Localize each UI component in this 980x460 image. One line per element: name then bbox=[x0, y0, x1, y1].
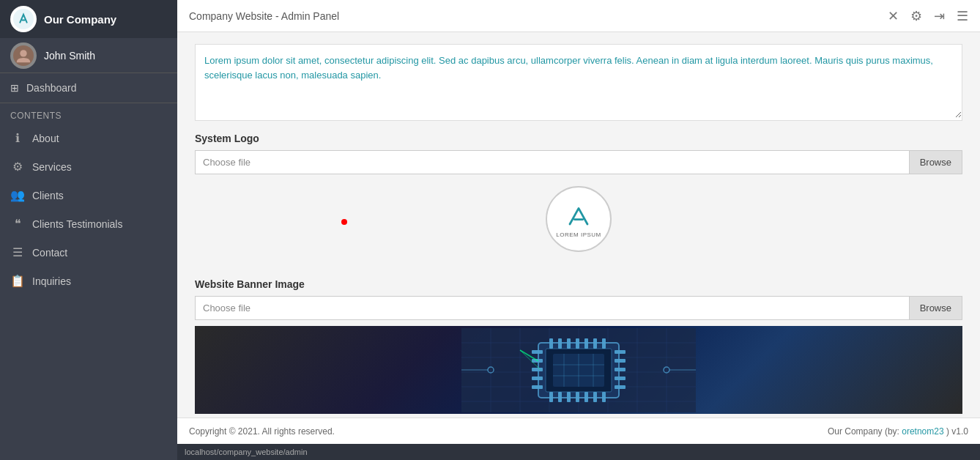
svg-rect-29 bbox=[558, 338, 562, 349]
services-icon: ⚙ bbox=[10, 160, 25, 174]
footer-author-link[interactable]: oretnom23 bbox=[902, 426, 943, 437]
system-logo-file-text: Choose file bbox=[196, 151, 909, 174]
sidebar: Our Company John Smith ⊞ Dashboard Conte… bbox=[0, 0, 177, 460]
system-logo-browse-button[interactable]: Browse bbox=[909, 151, 962, 174]
system-logo-section: System Logo Choose file Browse LOREM IPS… bbox=[195, 133, 962, 264]
svg-rect-37 bbox=[567, 392, 571, 402]
sidebar-item-label: About bbox=[32, 133, 59, 144]
url-text: localhost/company_website/admin bbox=[185, 448, 308, 456]
svg-rect-39 bbox=[584, 392, 588, 402]
banner-tech-image bbox=[461, 328, 696, 412]
footer-right: Our Company (by: oretnom23 ) v1.0 bbox=[828, 426, 968, 437]
red-dot-indicator bbox=[341, 219, 347, 225]
banner-browse-button[interactable]: Browse bbox=[909, 297, 962, 319]
footer-by: (by: bbox=[885, 426, 902, 437]
svg-rect-34 bbox=[602, 338, 606, 349]
sidebar-item-inquiries[interactable]: 📋 Inquiries bbox=[0, 267, 177, 295]
logo-preview-text: LOREM IPSUM bbox=[556, 231, 601, 238]
svg-rect-50 bbox=[615, 376, 626, 380]
svg-point-0 bbox=[13, 9, 34, 29]
main-panel: Company Website - Admin Panel ✕ ⚙ ⇥ ☰ Lo… bbox=[177, 0, 980, 460]
svg-rect-46 bbox=[532, 385, 543, 389]
sidebar-item-label: Inquiries bbox=[32, 275, 71, 287]
svg-rect-35 bbox=[549, 392, 553, 402]
system-logo-label: System Logo bbox=[195, 133, 962, 144]
company-logo bbox=[10, 6, 37, 32]
svg-rect-49 bbox=[615, 368, 626, 371]
banner-label: Website Banner Image bbox=[195, 278, 962, 290]
svg-rect-47 bbox=[615, 350, 626, 354]
user-profile[interactable]: John Smith bbox=[0, 38, 177, 73]
sidebar-item-clients[interactable]: 👥 Clients bbox=[0, 181, 177, 209]
svg-rect-48 bbox=[615, 359, 626, 363]
svg-rect-32 bbox=[584, 338, 588, 349]
url-bar: localhost/company_website/admin bbox=[177, 444, 980, 460]
banner-file-input: Choose file Browse bbox=[195, 296, 962, 320]
inquiries-icon: 📋 bbox=[10, 274, 25, 288]
banner-preview bbox=[195, 326, 962, 414]
svg-rect-41 bbox=[602, 392, 606, 402]
settings-icon[interactable]: ⚙ bbox=[910, 8, 922, 24]
svg-rect-51 bbox=[615, 385, 626, 389]
avatar bbox=[10, 42, 37, 69]
banner-section: Website Banner Image Choose file Browse bbox=[195, 278, 962, 414]
sidebar-item-label: Clients Testimonials bbox=[32, 218, 122, 230]
svg-point-2 bbox=[20, 50, 26, 56]
sidebar-item-about[interactable]: ℹ About bbox=[0, 124, 177, 152]
system-logo-file-input: Choose file Browse bbox=[195, 150, 962, 174]
sidebar-item-dashboard[interactable]: ⊞ Dashboard bbox=[0, 73, 177, 103]
svg-rect-30 bbox=[567, 338, 571, 349]
footer-version: ) v1.0 bbox=[946, 426, 968, 437]
banner-file-text: Choose file bbox=[196, 297, 909, 319]
menu-icon[interactable]: ☰ bbox=[957, 8, 968, 24]
topbar-title: Company Website - Admin Panel bbox=[189, 10, 888, 22]
copyright-text: Copyright © 2021. All rights reserved. bbox=[189, 426, 335, 437]
svg-rect-38 bbox=[576, 392, 579, 402]
sidebar-item-label: Clients bbox=[32, 190, 64, 201]
info-icon: ℹ bbox=[10, 131, 25, 145]
dashboard-label: Dashboard bbox=[26, 82, 77, 94]
footer-company: Our Company bbox=[828, 426, 885, 437]
company-name: Our Company bbox=[44, 13, 116, 26]
svg-rect-36 bbox=[558, 392, 562, 402]
clients-icon: 👥 bbox=[10, 188, 25, 202]
dashboard-icon: ⊞ bbox=[10, 82, 19, 94]
username: John Smith bbox=[44, 50, 95, 62]
svg-rect-42 bbox=[532, 350, 543, 354]
sidebar-item-clients-testimonials[interactable]: ❝ Clients Testimonials bbox=[0, 209, 177, 238]
svg-rect-45 bbox=[532, 376, 543, 380]
description-section: Lorem ipsum dolor sit amet, consectetur … bbox=[195, 44, 962, 121]
sidebar-item-services[interactable]: ⚙ Services bbox=[0, 152, 177, 181]
sidebar-header: Our Company bbox=[0, 0, 177, 38]
svg-rect-31 bbox=[576, 338, 579, 349]
svg-rect-33 bbox=[593, 338, 597, 349]
sidebar-item-label: Contact bbox=[32, 247, 67, 259]
content-area: Lorem ipsum dolor sit amet, consectetur … bbox=[177, 32, 980, 418]
testimonials-icon: ❝ bbox=[10, 217, 25, 231]
svg-rect-44 bbox=[532, 368, 543, 371]
svg-rect-40 bbox=[593, 392, 597, 402]
logo-preview: LOREM IPSUM bbox=[195, 174, 962, 264]
svg-rect-28 bbox=[549, 338, 553, 349]
topbar-icons: ✕ ⚙ ⇥ ☰ bbox=[888, 8, 968, 24]
topbar: Company Website - Admin Panel ✕ ⚙ ⇥ ☰ bbox=[177, 0, 980, 32]
description-textarea[interactable]: Lorem ipsum dolor sit amet, consectetur … bbox=[196, 45, 962, 118]
close-icon[interactable]: ✕ bbox=[888, 8, 899, 24]
footer: Copyright © 2021. All rights reserved. O… bbox=[177, 418, 980, 444]
logo-preview-circle: LOREM IPSUM bbox=[546, 186, 612, 252]
sidebar-item-contact[interactable]: ☰ Contact bbox=[0, 238, 177, 267]
contact-icon: ☰ bbox=[10, 245, 25, 259]
contents-label: Contents bbox=[0, 103, 177, 124]
logout-icon[interactable]: ⇥ bbox=[934, 8, 945, 24]
sidebar-item-label: Services bbox=[32, 161, 72, 173]
